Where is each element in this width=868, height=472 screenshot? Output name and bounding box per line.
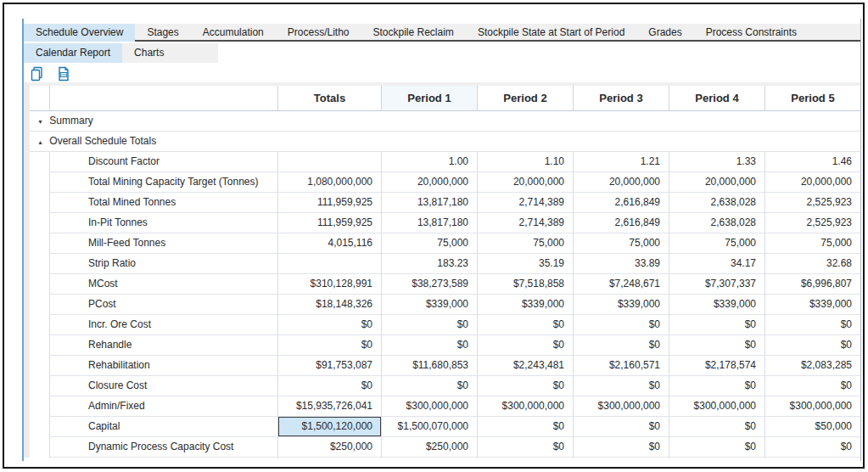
period-5-cell[interactable]: $0 — [764, 315, 860, 335]
period-4-cell[interactable]: $339,000 — [669, 295, 764, 315]
totals-cell[interactable]: $250,000 — [277, 437, 381, 458]
period-3-cell[interactable]: 20,000,000 — [573, 172, 669, 193]
tab-stockpile-state-at-start-of-period[interactable]: Stockpile State at Start of Period — [466, 24, 636, 42]
period-1-cell[interactable]: 1.00 — [381, 152, 477, 172]
period-5-cell[interactable]: $0 — [764, 376, 860, 396]
period-3-cell[interactable]: $300,000,000 — [573, 396, 669, 417]
period-5-cell[interactable]: $0 — [764, 437, 860, 458]
selected-cell-totals[interactable]: $1,500,120,000 — [277, 417, 381, 437]
period-5-cell[interactable]: $0 — [764, 335, 860, 356]
period-1-cell[interactable]: 75,000 — [381, 233, 477, 254]
totals-cell[interactable] — [277, 254, 381, 274]
period-5-cell[interactable]: 2,525,923 — [764, 213, 860, 233]
period-3-cell[interactable]: $2,160,571 — [573, 356, 669, 376]
tab-process-constraints[interactable]: Process Constraints — [694, 24, 809, 42]
totals-cell[interactable]: $0 — [277, 315, 381, 335]
period-2-cell[interactable]: $0 — [477, 376, 573, 396]
period-1-cell[interactable]: $0 — [381, 376, 477, 396]
export-csv-button[interactable]: csv — [55, 65, 72, 82]
period-1-cell[interactable]: $339,000 — [381, 295, 477, 315]
group-row-overall-schedule-totals[interactable]: ▴ Overall Schedule Totals — [30, 132, 860, 152]
period-5-cell[interactable]: 75,000 — [764, 233, 860, 254]
tab-accumulation[interactable]: Accumulation — [191, 24, 276, 42]
period-5-cell[interactable]: 2,525,923 — [764, 193, 860, 213]
period-3-cell[interactable]: 2,616,849 — [573, 193, 669, 213]
period-3-cell[interactable]: $0 — [573, 417, 669, 437]
period-1-cell[interactable]: $250,000 — [381, 437, 477, 458]
period-2-cell[interactable]: $339,000 — [477, 295, 573, 315]
period-1-cell[interactable]: $38,273,589 — [381, 274, 477, 295]
tab-grades[interactable]: Grades — [636, 24, 693, 42]
tab-stages[interactable]: Stages — [135, 24, 190, 42]
period-3-cell[interactable]: $0 — [573, 315, 669, 335]
period-5-cell[interactable]: 1.46 — [764, 152, 860, 172]
tab-charts[interactable]: Charts — [122, 43, 218, 63]
period-1-cell[interactable]: $11,680,853 — [381, 356, 477, 376]
totals-cell[interactable]: 111,959,925 — [277, 213, 381, 233]
period-2-cell[interactable]: $7,518,858 — [477, 274, 573, 295]
period-1-cell[interactable]: 13,817,180 — [381, 193, 477, 213]
period-5-cell[interactable]: $50,000 — [764, 417, 860, 437]
period-4-cell[interactable]: $2,178,574 — [669, 356, 764, 376]
totals-cell[interactable]: $18,148,326 — [277, 295, 381, 315]
tab-stockpile-reclaim[interactable]: Stockpile Reclaim — [361, 24, 466, 42]
period-3-cell[interactable]: $0 — [573, 376, 669, 396]
copy-button[interactable] — [29, 65, 46, 82]
period-2-cell[interactable]: 75,000 — [477, 233, 573, 254]
period-2-cell[interactable]: 35.19 — [477, 254, 573, 274]
period-3-cell[interactable]: 33.89 — [573, 254, 669, 274]
period-1-cell[interactable]: 13,817,180 — [381, 213, 477, 233]
period-4-cell[interactable]: 75,000 — [669, 233, 764, 254]
period-3-cell[interactable]: $0 — [573, 335, 669, 356]
totals-cell[interactable]: $91,753,087 — [277, 356, 381, 376]
period-5-cell[interactable]: 32.68 — [764, 254, 860, 274]
period-3-cell[interactable]: 2,616,849 — [573, 213, 669, 233]
period-4-cell[interactable]: $7,307,337 — [669, 274, 764, 295]
period-3-cell[interactable]: $0 — [573, 437, 669, 458]
period-2-cell[interactable]: $300,000,000 — [477, 396, 573, 417]
totals-cell[interactable]: $0 — [277, 376, 381, 396]
totals-cell[interactable]: 1,080,000,000 — [277, 172, 381, 193]
period-2-cell[interactable]: $2,243,481 — [477, 356, 573, 376]
period-4-cell[interactable]: $0 — [669, 417, 764, 437]
period-5-cell[interactable]: $6,996,807 — [764, 274, 860, 295]
period-1-cell[interactable]: $0 — [381, 315, 477, 335]
period-2-cell[interactable]: 20,000,000 — [477, 172, 573, 193]
expand-arrow-icon[interactable]: ▴ — [34, 132, 47, 152]
totals-cell[interactable]: 111,959,925 — [277, 193, 381, 213]
tab-schedule-overview[interactable]: Schedule Overview — [24, 24, 135, 42]
totals-cell[interactable]: $15,935,726,041 — [277, 396, 381, 417]
period-2-cell[interactable]: $0 — [477, 315, 573, 335]
period-2-cell[interactable]: 2,714,389 — [477, 213, 573, 233]
period-4-cell[interactable]: 2,638,028 — [669, 193, 764, 213]
period-1-cell[interactable]: 183.23 — [381, 254, 477, 274]
period-1-cell[interactable]: $300,000,000 — [381, 396, 477, 417]
period-2-cell[interactable]: $0 — [477, 437, 573, 458]
totals-cell[interactable]: 4,015,116 — [277, 233, 381, 254]
tab-calendar-report[interactable]: Calendar Report — [24, 43, 122, 63]
group-row-summary[interactable]: ▾ Summary — [30, 111, 860, 132]
period-2-cell[interactable]: 1.10 — [477, 152, 573, 172]
collapse-arrow-icon[interactable]: ▾ — [34, 112, 47, 132]
period-4-cell[interactable]: $0 — [669, 315, 764, 335]
period-4-cell[interactable]: 1.33 — [669, 152, 764, 172]
period-1-cell[interactable]: $0 — [381, 335, 477, 356]
period-4-cell[interactable]: 2,638,028 — [669, 213, 764, 233]
period-5-cell[interactable]: $339,000 — [764, 295, 860, 315]
period-4-cell[interactable]: $0 — [669, 376, 764, 396]
period-3-cell[interactable]: $7,248,671 — [573, 274, 669, 295]
period-2-cell[interactable]: 2,714,389 — [477, 193, 573, 213]
period-3-cell[interactable]: 75,000 — [573, 233, 669, 254]
period-5-cell[interactable]: $2,083,285 — [764, 356, 860, 376]
period-4-cell[interactable]: $0 — [669, 437, 764, 458]
period-1-cell[interactable]: $1,500,070,000 — [381, 417, 477, 437]
period-4-cell[interactable]: 20,000,000 — [669, 172, 764, 193]
tab-process-litho[interactable]: Process/Litho — [276, 24, 361, 42]
totals-cell[interactable]: $310,128,991 — [277, 274, 381, 295]
totals-cell[interactable] — [277, 152, 381, 172]
period-5-cell[interactable]: 20,000,000 — [764, 172, 860, 193]
period-5-cell[interactable]: $300,000,000 — [764, 396, 860, 417]
period-3-cell[interactable]: 1.21 — [573, 152, 669, 172]
period-3-cell[interactable]: $339,000 — [573, 295, 669, 315]
period-2-cell[interactable]: $0 — [477, 335, 573, 356]
